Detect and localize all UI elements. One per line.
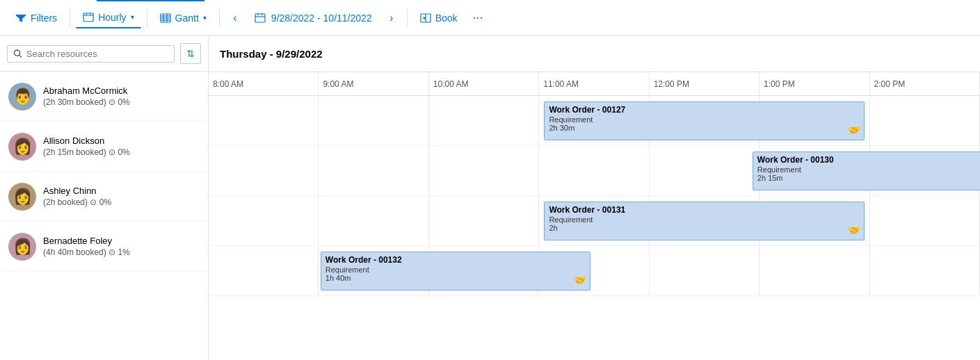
time-slot: 10:00 AM — [429, 72, 539, 95]
toolbar: Filters Hourly ▾ Gantt ▾ ‹ 9/2 — [0, 0, 980, 36]
resource-name: Bernadette Foley — [43, 236, 200, 246]
handshake-icon: 🤝 — [848, 124, 860, 136]
work-order-duration: 1h 40m — [326, 274, 586, 282]
svg-rect-7 — [255, 14, 265, 22]
work-order-title: Work Order - 00131 — [549, 205, 859, 215]
resource-info: Ashley Chinn (2h booked) ⊙ 0% — [43, 186, 200, 207]
resource-panel: ⇅ 👨 Abraham McCormick (2h 30m booked) ⊙ … — [0, 36, 209, 360]
gantt-cell — [870, 246, 980, 295]
gantt-date-header: Thursday - 9/29/2022 — [209, 36, 980, 72]
time-slot: 8:00 AM — [209, 72, 319, 95]
resource-info: Bernadette Foley (4h 40m booked) ⊙ 1% — [43, 236, 200, 257]
main-area: ⇅ 👨 Abraham McCormick (2h 30m booked) ⊙ … — [0, 36, 980, 360]
svg-rect-0 — [83, 13, 93, 22]
resource-name: Ashley Chinn — [43, 186, 200, 196]
separator-4 — [407, 8, 408, 28]
book-label: Book — [435, 13, 458, 24]
resource-row[interactable]: 👩 Ashley Chinn (2h booked) ⊙ 0% — [0, 172, 208, 222]
resource-row[interactable]: 👨 Abraham McCormick (2h 30m booked) ⊙ 0% — [0, 72, 208, 122]
avatar: 👩 — [8, 183, 36, 211]
calendar-icon — [255, 13, 266, 24]
work-order-sub: Requirement — [326, 265, 586, 274]
gantt-cell — [319, 146, 428, 195]
more-label: ··· — [473, 10, 483, 25]
svg-point-15 — [14, 50, 19, 56]
work-order-block[interactable]: Work Order - 00130 Requirement 2h 15m — [753, 152, 980, 190]
book-button[interactable]: Book — [413, 8, 465, 28]
work-order-title: Work Order - 00132 — [326, 255, 586, 265]
work-order-title: Work Order - 00130 — [757, 155, 979, 165]
more-button[interactable]: ··· — [467, 6, 489, 29]
gantt-cell — [209, 146, 319, 195]
prev-button[interactable]: ‹ — [225, 8, 245, 28]
gantt-cell — [209, 96, 319, 145]
search-icon — [13, 49, 22, 58]
filter-icon — [15, 13, 26, 24]
avatar: 👩 — [8, 133, 36, 161]
svg-line-16 — [19, 55, 22, 57]
work-order-block[interactable]: Work Order - 00127 Requirement 2h 30m 🤝 — [544, 101, 864, 140]
gantt-cell — [429, 196, 539, 245]
gantt-cell — [209, 246, 319, 295]
gantt-cell — [650, 246, 760, 295]
search-bar: ⇅ — [0, 36, 208, 72]
work-order-sub: Requirement — [549, 215, 859, 224]
search-input-wrap[interactable] — [7, 45, 175, 63]
filters-button[interactable]: Filters — [8, 8, 64, 28]
date-range: 9/28/2022 - 10/11/2022 — [248, 8, 379, 28]
resource-meta: (2h 15m booked) ⊙ 0% — [43, 147, 200, 157]
gantt-time-header: 8:00 AM9:00 AM10:00 AM11:00 AM12:00 PM1:… — [209, 72, 980, 96]
gantt-cell — [319, 96, 428, 145]
work-order-title: Work Order - 00127 — [549, 105, 859, 115]
work-order-block[interactable]: Work Order - 00131 Requirement 2h 🤝 — [544, 202, 864, 240]
hourly-button[interactable]: Hourly ▾ — [76, 8, 140, 28]
work-order-block[interactable]: Work Order - 00132 Requirement 1h 40m 🤝 — [321, 252, 591, 291]
date-range-label: 9/28/2022 - 10/11/2022 — [271, 13, 372, 24]
gantt-label: Gantt — [175, 13, 199, 24]
sort-icon: ⇅ — [186, 48, 195, 59]
filters-label: Filters — [31, 13, 57, 24]
gantt-cell — [539, 146, 649, 195]
time-slot: 12:00 PM — [650, 72, 760, 95]
resource-meta: (2h booked) ⊙ 0% — [43, 197, 200, 207]
gantt-date-title: Thursday - 9/29/2022 — [220, 48, 323, 60]
hourly-label: Hourly — [98, 12, 126, 23]
next-button[interactable]: › — [382, 8, 401, 28]
resource-row[interactable]: 👩 Allison Dickson (2h 15m booked) ⊙ 0% — [0, 122, 208, 172]
time-slot: 11:00 AM — [539, 72, 649, 95]
separator-2 — [147, 8, 147, 28]
gantt-button[interactable]: Gantt ▾ — [153, 8, 214, 28]
separator-3 — [219, 8, 220, 28]
gantt-cell — [209, 196, 319, 245]
avatar: 👨 — [8, 83, 36, 111]
work-order-sub: Requirement — [757, 165, 979, 174]
time-slot: 2:00 PM — [870, 72, 980, 95]
gantt-panel: Thursday - 9/29/2022 8:00 AM9:00 AM10:00… — [209, 36, 980, 360]
avatar: 👩 — [8, 233, 36, 261]
sort-button[interactable]: ⇅ — [180, 43, 201, 64]
gantt-body: Work Order - 00127 Requirement 2h 30m 🤝 … — [209, 96, 980, 360]
resource-info: Abraham McCormick (2h 30m booked) ⊙ 0% — [43, 85, 200, 107]
resource-name: Allison Dickson — [43, 136, 200, 146]
resource-meta: (2h 30m booked) ⊙ 0% — [43, 97, 200, 107]
work-order-duration: 2h 30m — [549, 124, 859, 132]
separator-1 — [70, 8, 70, 28]
handshake-icon: 🤝 — [574, 275, 586, 286]
hourly-caret: ▾ — [131, 13, 134, 21]
resource-name: Abraham McCormick — [43, 85, 200, 96]
gantt-cell — [760, 246, 869, 295]
search-input[interactable] — [26, 49, 168, 59]
resource-info: Allison Dickson (2h 15m booked) ⊙ 0% — [43, 136, 200, 157]
book-icon — [420, 13, 431, 24]
resource-list: 👨 Abraham McCormick (2h 30m booked) ⊙ 0%… — [0, 72, 208, 360]
handshake-icon: 🤝 — [848, 224, 860, 236]
gantt-cell — [870, 96, 980, 145]
resource-row[interactable]: 👩 Bernadette Foley (4h 40m booked) ⊙ 1% — [0, 222, 208, 272]
resource-meta: (4h 40m booked) ⊙ 1% — [43, 247, 200, 257]
gantt-cell — [429, 146, 539, 195]
work-order-sub: Requirement — [549, 115, 859, 124]
gantt-cell — [429, 96, 539, 145]
gantt-cell — [650, 146, 760, 195]
work-order-duration: 2h 15m — [757, 174, 979, 182]
gantt-caret: ▾ — [203, 14, 207, 22]
